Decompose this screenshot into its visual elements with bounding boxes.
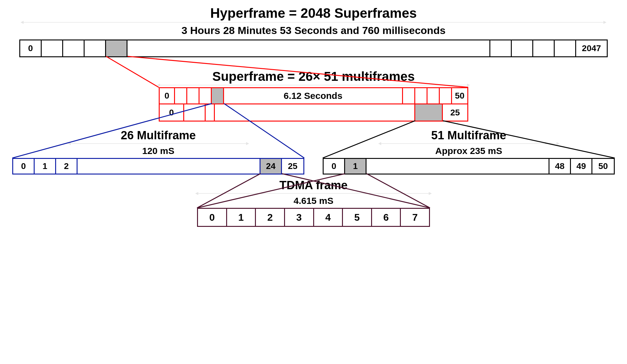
mf26-cell-2: 2 (56, 159, 78, 174)
mf51-bar: 0 1 48 49 50 (323, 158, 615, 174)
mf26-extent-arrow (70, 143, 247, 144)
mf26-bar: 0 1 2 24 25 (12, 158, 304, 174)
tdma-bar: 0 1 2 3 4 5 6 7 (197, 208, 430, 227)
tdma-slot-7: 7 (401, 209, 429, 226)
mf26-duration: 120 mS (12, 146, 304, 156)
mf51-title: 51 Multiframe (323, 129, 615, 142)
mf26-cell-24: 24 (260, 159, 282, 174)
hyperframe-duration: 3 Hours 28 Minutes 53 Seconds and 760 mi… (12, 24, 615, 36)
sf51-cell (428, 88, 440, 103)
sf51-cell-0: 0 (160, 88, 175, 103)
sf51-cell (187, 88, 200, 103)
sf26-cell-selected (415, 104, 443, 121)
mf26-title: 26 Multiframe (12, 129, 304, 142)
sf26-cell (206, 104, 215, 121)
sf26-cell-0: 0 (160, 104, 184, 121)
superframe-row-51: 0 6.12 Seconds 50 (159, 87, 468, 104)
mf51-cell-gap (367, 159, 549, 174)
hf-cell-gap (127, 40, 490, 56)
superframe-extent-arrow (159, 85, 468, 85)
hf-cell (490, 40, 512, 56)
tdma-extent-arrow (197, 193, 430, 194)
mf26-cell-1: 1 (35, 159, 56, 174)
hf-cell-selected (106, 40, 127, 56)
tdma-slot-0: 0 (198, 209, 227, 226)
tdma-slot-5: 5 (343, 209, 372, 226)
mf51-cell-1: 1 (345, 159, 367, 174)
tdma-slot-2: 2 (256, 209, 285, 226)
hf-cell (63, 40, 85, 56)
hf-cell-last: 2047 (576, 40, 607, 56)
mf51-duration: Approx 235 mS (323, 146, 615, 156)
hf-cell-0: 0 (20, 40, 42, 56)
hyperframe-title: Hyperframe = 2048 Superframes (12, 6, 615, 21)
hyperframe-bar: 0 2047 (19, 39, 608, 57)
mf51-cell-50: 50 (592, 159, 614, 174)
superframe-title: Superframe = 26× 51 multiframes (206, 69, 421, 84)
mf51-cell-49: 49 (571, 159, 592, 174)
superframe-row-26: 0 25 (159, 104, 468, 122)
tdma-slot-4: 4 (314, 209, 343, 226)
sf26-cell-last: 25 (443, 104, 467, 121)
tdma-slot-3: 3 (285, 209, 314, 226)
tdma-title: TDMA frame (12, 179, 615, 192)
mf51-extent-arrow (380, 143, 558, 144)
sf51-cell (403, 88, 415, 103)
tdma-duration: 4.615 mS (12, 196, 615, 206)
sf51-cell (175, 88, 187, 103)
mf26-cell-0: 0 (13, 159, 35, 174)
sf51-cell (415, 88, 428, 103)
superframe-duration: 6.12 Seconds (224, 88, 403, 103)
sf51-cell-selected (212, 88, 224, 103)
mf51-cell-0: 0 (324, 159, 345, 174)
sf51-cell-last: 50 (452, 88, 467, 103)
sf51-cell (200, 88, 212, 103)
hf-cell (533, 40, 555, 56)
mf26-cell-25: 25 (282, 159, 303, 174)
tdma-slot-1: 1 (227, 209, 256, 226)
hf-cell (555, 40, 576, 56)
hf-cell (85, 40, 106, 56)
sf26-cell-gap (215, 104, 415, 121)
mf51-cell-48: 48 (549, 159, 571, 174)
sf26-cell (184, 104, 206, 121)
hf-cell (512, 40, 533, 56)
hf-cell (42, 40, 63, 56)
tdma-slot-6: 6 (372, 209, 401, 226)
hyperframe-extent-arrow (22, 22, 605, 23)
mf26-cell-gap (78, 159, 260, 174)
sf51-cell (440, 88, 452, 103)
